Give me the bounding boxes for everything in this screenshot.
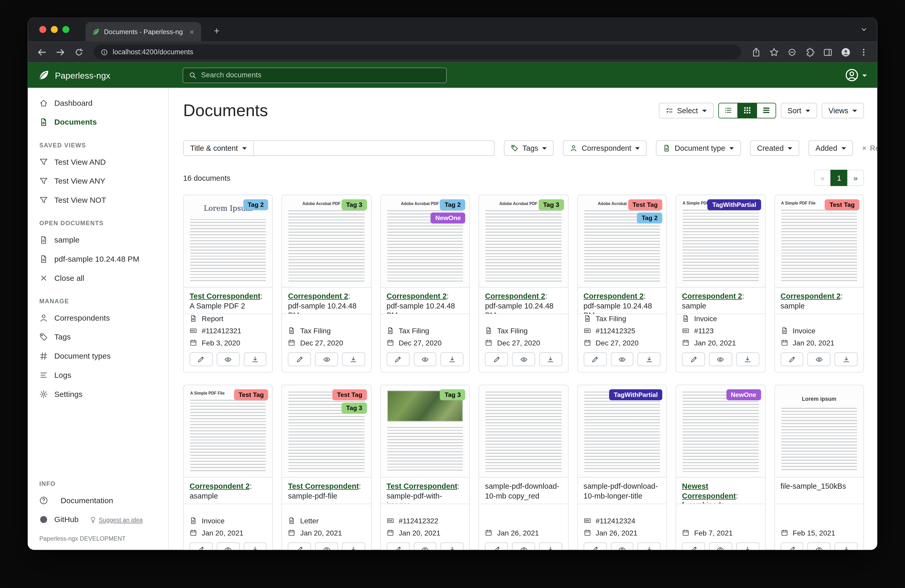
download-button[interactable]: [638, 352, 661, 366]
edit-button[interactable]: [288, 542, 311, 550]
sidebar-item-correspondents[interactable]: Correspondents: [28, 309, 168, 328]
sidebar-item-open-doc-sample[interactable]: sample: [28, 230, 168, 249]
edit-button[interactable]: [485, 542, 508, 550]
tag-badge[interactable]: Tag 3: [341, 200, 367, 210]
correspondent-link[interactable]: Test Correspondent: [190, 292, 260, 301]
edit-button[interactable]: [190, 352, 213, 366]
preview-button[interactable]: [709, 352, 732, 366]
sidebar-item-tags[interactable]: Tags: [28, 328, 168, 347]
download-button[interactable]: [736, 352, 759, 366]
preview-button[interactable]: [807, 352, 830, 366]
zoom-window-button[interactable]: [62, 26, 69, 33]
download-button[interactable]: [244, 542, 267, 550]
tag-badge[interactable]: Tag 3: [341, 403, 367, 414]
document-thumbnail[interactable]: A Simple PDF File Test Tag: [184, 385, 272, 478]
document-thumbnail[interactable]: Adobe Acrobat PDF Files Test TagTag 2: [578, 195, 667, 287]
sidebar-item-github[interactable]: GitHub Suggest an idea: [28, 510, 168, 529]
toolbar-misc-button[interactable]: [784, 44, 800, 60]
download-button[interactable]: [539, 352, 562, 366]
document-type-filter-button[interactable]: Document type: [656, 140, 741, 156]
sidebar-item-saved-view-not[interactable]: Test View NOT: [28, 190, 168, 210]
new-tab-button[interactable]: +: [209, 24, 224, 39]
preview-button[interactable]: [611, 542, 634, 550]
browser-tab[interactable]: Documents - Paperless-ngx ×: [86, 22, 201, 42]
previous-page-button[interactable]: «: [814, 170, 831, 186]
user-menu[interactable]: [845, 68, 867, 82]
edit-button[interactable]: [583, 352, 607, 366]
document-thumbnail[interactable]: TagWithPartial: [578, 385, 667, 478]
document-thumbnail[interactable]: [479, 385, 568, 478]
correspondent-link[interactable]: Test Correspondent: [387, 482, 457, 491]
tags-filter-button[interactable]: Tags: [504, 140, 554, 156]
tag-badge[interactable]: NewOne: [726, 390, 761, 400]
preview-button[interactable]: [709, 542, 732, 550]
download-button[interactable]: [736, 542, 759, 550]
minimize-window-button[interactable]: [51, 26, 58, 33]
correspondent-link[interactable]: Correspondent 2: [485, 292, 545, 301]
edit-button[interactable]: [682, 542, 705, 550]
tag-badge[interactable]: Tag 3: [440, 390, 465, 400]
edit-button[interactable]: [387, 542, 410, 550]
back-button[interactable]: [33, 44, 50, 60]
preview-button[interactable]: [807, 542, 830, 550]
tab-close-icon[interactable]: ×: [187, 27, 197, 36]
sidebar-item-logs[interactable]: Logs: [28, 366, 168, 385]
sidebar-item-documents[interactable]: Documents: [28, 113, 168, 132]
sort-button[interactable]: Sort: [781, 102, 817, 118]
document-thumbnail[interactable]: Test TagTag 3: [282, 385, 371, 478]
grid-view-button[interactable]: [737, 102, 757, 118]
edit-button[interactable]: [387, 352, 410, 366]
document-thumbnail[interactable]: A Simple PDF File Test Tag: [775, 195, 863, 287]
preview-button[interactable]: [512, 542, 535, 550]
tag-badge[interactable]: Test Tag: [628, 200, 662, 210]
views-button[interactable]: Views: [821, 102, 864, 118]
document-thumbnail[interactable]: Adobe Acrobat PDF Files Tag 3: [479, 195, 568, 287]
correspondent-filter-button[interactable]: Correspondent: [563, 140, 647, 156]
preview-button[interactable]: [315, 542, 338, 550]
sidebar-item-settings[interactable]: Settings: [28, 385, 168, 404]
edit-button[interactable]: [190, 542, 213, 550]
download-button[interactable]: [342, 352, 365, 366]
select-button[interactable]: Select: [659, 102, 714, 118]
preview-button[interactable]: [512, 352, 535, 366]
correspondent-link[interactable]: Correspondent 2: [288, 292, 348, 301]
document-thumbnail[interactable]: Lorem ipsum: [775, 385, 863, 478]
sidebar-item-saved-view-and[interactable]: Test View AND: [28, 152, 168, 172]
download-button[interactable]: [539, 542, 562, 550]
sidebar-item-saved-view-any[interactable]: Test View ANY: [28, 171, 168, 190]
side-panel-button[interactable]: [819, 44, 836, 60]
tag-badge[interactable]: Tag 2: [637, 212, 662, 223]
download-button[interactable]: [638, 542, 661, 550]
download-button[interactable]: [835, 352, 857, 366]
tag-badge[interactable]: Tag 2: [440, 200, 465, 210]
reset-filters-button[interactable]: × Reset filters: [862, 144, 877, 152]
preview-button[interactable]: [611, 352, 634, 366]
correspondent-link[interactable]: Test Correspondent: [288, 482, 359, 491]
address-bar[interactable]: localhost:4200/documents: [94, 44, 741, 59]
edit-button[interactable]: [583, 542, 607, 550]
tag-badge[interactable]: TagWithPartial: [609, 390, 662, 400]
document-thumbnail[interactable]: Adobe Acrobat PDF Files Tag 3: [282, 195, 371, 287]
search-input[interactable]: [201, 71, 440, 79]
tag-badge[interactable]: NewOne: [431, 212, 465, 223]
filter-content-input[interactable]: [254, 140, 495, 156]
download-button[interactable]: [441, 352, 464, 366]
download-button[interactable]: [244, 352, 267, 366]
tab-search-chevron-icon[interactable]: [860, 25, 868, 33]
next-page-button[interactable]: »: [847, 170, 864, 186]
browser-menu-button[interactable]: [855, 44, 872, 60]
bookmark-button[interactable]: [766, 44, 782, 60]
correspondent-link[interactable]: Correspondent 2: [583, 292, 643, 301]
app-brand[interactable]: Paperless-ngx: [38, 69, 110, 81]
preview-button[interactable]: [216, 352, 240, 366]
filter-field-button[interactable]: Title & content: [183, 140, 254, 156]
reload-button[interactable]: [71, 44, 87, 60]
correspondent-link[interactable]: Correspondent 2: [682, 292, 742, 301]
preview-button[interactable]: [414, 542, 437, 550]
edit-button[interactable]: [288, 352, 311, 366]
edit-button[interactable]: [485, 352, 508, 366]
download-button[interactable]: [835, 542, 857, 550]
tag-badge[interactable]: Tag 2: [243, 200, 268, 210]
sidebar-item-documentation[interactable]: Documentation: [28, 491, 168, 510]
sidebar-item-dashboard[interactable]: Dashboard: [28, 94, 168, 113]
